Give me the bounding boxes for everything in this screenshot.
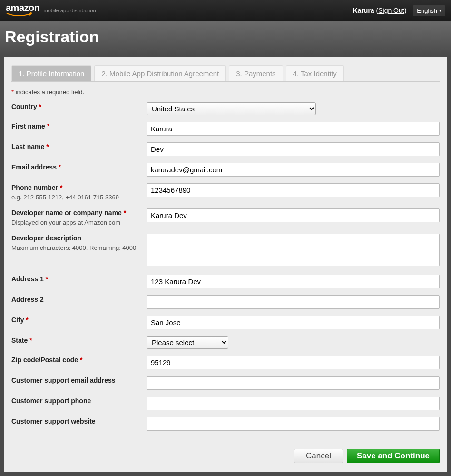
logo-subtitle: mobile app distribution xyxy=(43,8,96,13)
address2-label: Address 2 xyxy=(11,295,147,305)
language-selector[interactable]: English ▾ xyxy=(413,5,445,16)
phone-input[interactable] xyxy=(147,183,440,197)
tabs: 1. Profile Information 2. Mobile App Dis… xyxy=(11,65,440,82)
email-input[interactable] xyxy=(147,163,440,177)
amazon-swoosh-icon xyxy=(6,12,33,17)
first-name-input[interactable] xyxy=(147,122,440,136)
tab-tax-identity[interactable]: 4. Tax Identity xyxy=(286,65,344,81)
support-website-input[interactable] xyxy=(147,417,440,431)
state-label: State * xyxy=(11,336,147,346)
required-note: * indicates a required field. xyxy=(11,89,440,96)
city-label: City * xyxy=(11,316,147,325)
state-select[interactable]: Please select xyxy=(147,336,228,349)
chevron-down-icon: ▾ xyxy=(439,8,441,13)
developer-name-label: Developer name or company name *Displaye… xyxy=(11,208,147,227)
first-name-label: First name * xyxy=(11,122,147,131)
developer-description-input[interactable] xyxy=(147,234,440,266)
tab-distribution-agreement[interactable]: 2. Mobile App Distribution Agreement xyxy=(94,65,226,81)
country-select[interactable]: United States xyxy=(147,102,316,115)
user-name: Karura xyxy=(353,7,374,14)
address1-label: Address 1 * xyxy=(11,275,147,284)
cancel-button[interactable]: Cancel xyxy=(294,449,343,463)
header-right: Karura (Sign Out) English ▾ xyxy=(353,5,446,16)
zip-input[interactable] xyxy=(147,356,440,369)
last-name-label: Last name * xyxy=(11,142,147,152)
support-email-label: Customer support email address xyxy=(11,376,147,386)
form-actions: Cancel Save and Continue xyxy=(11,444,440,463)
form-panel: 1. Profile Information 2. Mobile App Dis… xyxy=(4,57,447,472)
subheader: Registration xyxy=(0,21,451,57)
developer-description-label: Developer descriptionMaximum characters:… xyxy=(11,234,147,252)
email-label: Email address * xyxy=(11,163,147,172)
country-label: Country * xyxy=(11,102,147,112)
logo: amazon mobile app distribution xyxy=(6,2,96,19)
developer-name-input[interactable] xyxy=(147,208,440,222)
support-email-input[interactable] xyxy=(147,376,440,390)
support-phone-label: Customer support phone xyxy=(11,397,147,406)
address1-input[interactable] xyxy=(147,275,440,288)
top-header: amazon mobile app distribution Karura (S… xyxy=(0,0,451,21)
save-continue-button[interactable]: Save and Continue xyxy=(347,449,440,463)
support-website-label: Customer support website xyxy=(11,417,147,426)
city-input[interactable] xyxy=(147,316,440,329)
last-name-input[interactable] xyxy=(147,142,440,156)
support-phone-input[interactable] xyxy=(147,397,440,410)
address2-input[interactable] xyxy=(147,295,440,309)
tab-profile-information[interactable]: 1. Profile Information xyxy=(11,65,91,81)
page-title: Registration xyxy=(5,28,446,46)
zip-label: Zip code/Postal code * xyxy=(11,356,147,365)
sign-out-link[interactable]: Sign Out xyxy=(378,7,404,14)
tab-payments[interactable]: 3. Payments xyxy=(229,65,283,81)
phone-label: Phone number *e.g. 212-555-1212, +44 016… xyxy=(11,183,147,202)
